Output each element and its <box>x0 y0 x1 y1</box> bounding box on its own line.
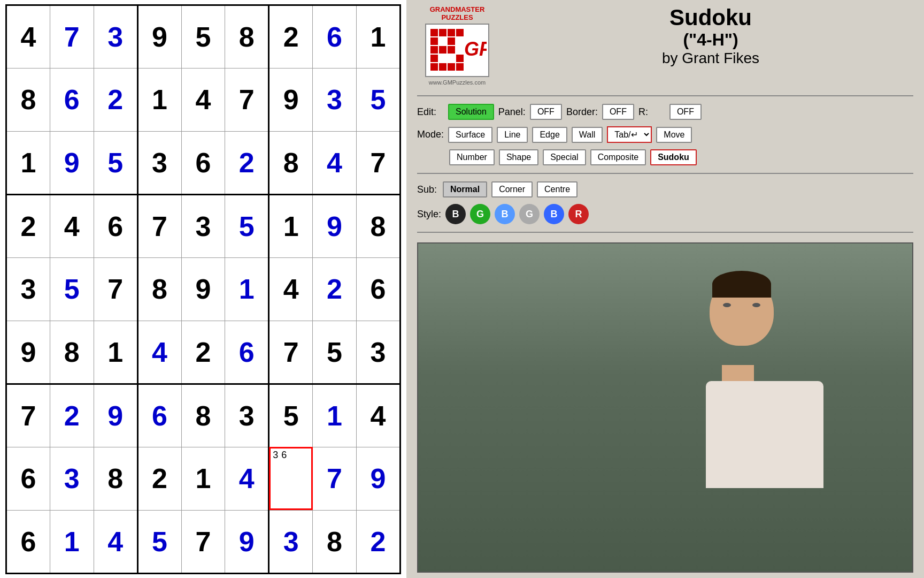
table-row[interactable]: 1 <box>6 131 50 194</box>
style-btn-green[interactable]: G <box>470 204 490 224</box>
table-row[interactable]: 3 <box>94 5 137 68</box>
table-row[interactable]: 6 <box>137 384 181 447</box>
mode-move[interactable]: Move <box>656 127 692 143</box>
mode-special[interactable]: Special <box>543 149 586 165</box>
table-row[interactable]: 1 <box>137 68 181 131</box>
table-row[interactable]: 7 <box>181 510 225 573</box>
table-row[interactable]: 7 <box>50 5 94 68</box>
table-row[interactable]: 9 <box>357 447 401 510</box>
sudoku-grid[interactable]: 4739582618621479351953628472467351983578… <box>5 4 401 574</box>
table-row[interactable]: 3 <box>50 447 94 510</box>
table-row[interactable]: 9 <box>181 257 225 321</box>
table-row[interactable]: 3 <box>313 68 357 131</box>
table-row[interactable]: 8 <box>137 257 181 321</box>
table-row[interactable]: 4 <box>269 257 313 321</box>
mode-sudoku[interactable]: Sudoku <box>650 149 697 165</box>
mode-wall[interactable]: Wall <box>572 127 603 143</box>
table-row[interactable]: 8 <box>94 447 137 510</box>
table-row[interactable]: 2 <box>269 5 313 68</box>
table-row[interactable]: 8 <box>269 131 313 194</box>
table-row[interactable]: 9 <box>94 384 137 447</box>
table-row[interactable]: 9 <box>137 5 181 68</box>
table-row[interactable]: 36 <box>269 447 313 510</box>
table-row[interactable]: 5 <box>94 131 137 194</box>
r-button[interactable]: OFF <box>669 104 702 120</box>
tab-dropdown[interactable]: Tab/↵ <box>607 126 652 143</box>
table-row[interactable]: 9 <box>269 68 313 131</box>
table-row[interactable]: 4 <box>225 447 269 510</box>
table-row[interactable]: 1 <box>357 5 401 68</box>
table-row[interactable]: 7 <box>357 131 401 194</box>
table-row[interactable]: 7 <box>313 447 357 510</box>
table-row[interactable]: 7 <box>269 321 313 384</box>
table-row[interactable]: 2 <box>6 194 50 257</box>
table-row[interactable]: 5 <box>225 194 269 257</box>
table-row[interactable]: 1 <box>50 510 94 573</box>
table-row[interactable]: 9 <box>313 194 357 257</box>
border-button[interactable]: OFF <box>602 104 634 120</box>
table-row[interactable]: 2 <box>137 447 181 510</box>
table-row[interactable]: 2 <box>181 321 225 384</box>
table-row[interactable]: 4 <box>313 131 357 194</box>
table-row[interactable]: 6 <box>181 131 225 194</box>
table-row[interactable]: 9 <box>50 131 94 194</box>
table-row[interactable]: 2 <box>357 510 401 573</box>
table-row[interactable]: 9 <box>6 321 50 384</box>
table-row[interactable]: 7 <box>137 194 181 257</box>
table-row[interactable]: 2 <box>94 68 137 131</box>
table-row[interactable]: 6 <box>6 510 50 573</box>
sub-corner[interactable]: Corner <box>491 181 533 197</box>
table-row[interactable]: 2 <box>225 131 269 194</box>
table-row[interactable]: 3 <box>269 510 313 573</box>
table-row[interactable]: 1 <box>94 321 137 384</box>
table-row[interactable]: 2 <box>50 384 94 447</box>
table-row[interactable]: 8 <box>50 321 94 384</box>
table-row[interactable]: 1 <box>181 447 225 510</box>
solution-button[interactable]: Solution <box>448 104 494 120</box>
table-row[interactable]: 3 <box>357 321 401 384</box>
table-row[interactable]: 4 <box>50 194 94 257</box>
table-row[interactable]: 8 <box>6 68 50 131</box>
table-row[interactable]: 4 <box>357 384 401 447</box>
table-row[interactable]: 6 <box>313 5 357 68</box>
table-row[interactable]: 4 <box>94 510 137 573</box>
panel-button[interactable]: OFF <box>530 104 562 120</box>
table-row[interactable]: 5 <box>137 510 181 573</box>
table-row[interactable]: 5 <box>269 384 313 447</box>
table-row[interactable]: 7 <box>94 257 137 321</box>
style-btn-red[interactable]: R <box>568 204 589 224</box>
table-row[interactable]: 3 <box>181 194 225 257</box>
table-row[interactable]: 5 <box>357 68 401 131</box>
table-row[interactable]: 8 <box>313 510 357 573</box>
table-row[interactable]: 4 <box>137 321 181 384</box>
table-row[interactable]: 5 <box>313 321 357 384</box>
table-row[interactable]: 5 <box>181 5 225 68</box>
table-row[interactable]: 8 <box>225 5 269 68</box>
mode-composite[interactable]: Composite <box>590 149 646 165</box>
table-row[interactable]: 4 <box>181 68 225 131</box>
mode-edge[interactable]: Edge <box>532 127 567 143</box>
table-row[interactable]: 6 <box>50 68 94 131</box>
table-row[interactable]: 4 <box>6 5 50 68</box>
mode-number[interactable]: Number <box>449 149 495 165</box>
mode-line[interactable]: Line <box>497 127 528 143</box>
table-row[interactable]: 1 <box>225 257 269 321</box>
table-row[interactable]: 6 <box>357 257 401 321</box>
style-btn-blue[interactable]: B <box>544 204 564 224</box>
table-row[interactable]: 3 <box>6 257 50 321</box>
table-row[interactable]: 2 <box>313 257 357 321</box>
table-row[interactable]: 6 <box>6 447 50 510</box>
style-btn-gray[interactable]: G <box>519 204 540 224</box>
mode-shape[interactable]: Shape <box>499 149 538 165</box>
table-row[interactable]: 1 <box>313 384 357 447</box>
table-row[interactable]: 1 <box>269 194 313 257</box>
mode-surface[interactable]: Surface <box>448 127 492 143</box>
table-row[interactable]: 6 <box>225 321 269 384</box>
table-row[interactable]: 7 <box>225 68 269 131</box>
table-row[interactable]: 9 <box>225 510 269 573</box>
sub-normal[interactable]: Normal <box>443 181 487 197</box>
style-btn-blue-light[interactable]: B <box>495 204 515 224</box>
table-row[interactable]: 3 <box>225 384 269 447</box>
table-row[interactable]: 7 <box>6 384 50 447</box>
table-row[interactable]: 5 <box>50 257 94 321</box>
